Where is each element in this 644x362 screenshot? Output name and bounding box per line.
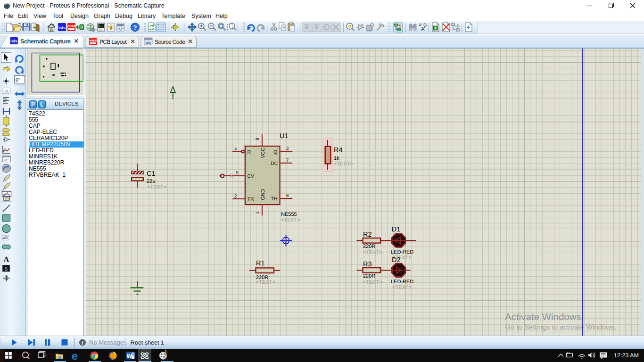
svg-text:2: 2	[234, 194, 237, 199]
svg-text:Go to Settings to activate Win: Go to Settings to activate Windows.	[505, 323, 617, 331]
svg-text:3: 3	[286, 146, 289, 151]
svg-text:NE555: NE555	[281, 212, 297, 217]
svg-text:6: 6	[286, 193, 289, 198]
svg-text:C1: C1	[147, 170, 156, 178]
svg-text:R2: R2	[363, 231, 372, 239]
svg-text:12:23 AM: 12:23 AM	[614, 352, 639, 359]
svg-text:<TEXT>: <TEXT>	[363, 250, 382, 255]
svg-text:ARES: ARES	[67, 25, 75, 28]
svg-text:U1: U1	[280, 132, 289, 140]
svg-text:$: $	[109, 25, 112, 30]
svg-text:TR: TR	[248, 197, 254, 202]
svg-text:LED-RED: LED-RED	[391, 249, 413, 255]
svg-text:R1: R1	[256, 260, 265, 267]
svg-text:<TEXT>: <TEXT>	[281, 217, 300, 223]
svg-text:R: R	[248, 149, 251, 155]
svg-text:4: 4	[234, 147, 237, 152]
svg-text:220R: 220R	[363, 273, 375, 279]
svg-text:<TEXT>: <TEXT>	[147, 184, 166, 190]
svg-text:ARES: ARES	[89, 39, 97, 42]
svg-text:R3: R3	[363, 261, 372, 268]
svg-text:1k: 1k	[334, 156, 339, 161]
svg-text:A: A	[3, 255, 9, 264]
svg-text:220R: 220R	[363, 244, 375, 249]
svg-text:<TEXT>: <TEXT>	[392, 285, 412, 290]
svg-text:Schematic Capture: Schematic Capture	[20, 38, 71, 45]
svg-text:No Messages: No Messages	[89, 339, 127, 346]
svg-text:Root sheet 1: Root sheet 1	[131, 339, 164, 346]
svg-text:1: 1	[255, 212, 260, 214]
svg-text:TH: TH	[271, 196, 278, 202]
svg-text:PCB Layout: PCB Layout	[99, 39, 127, 45]
svg-text:8: 8	[255, 138, 260, 140]
svg-text:e: e	[72, 350, 78, 362]
svg-text:WALLPAPERS: WALLPAPERS	[15, 359, 33, 362]
svg-text:Q: Q	[273, 149, 277, 155]
svg-text:S: S	[5, 267, 8, 272]
svg-text:W: W	[127, 353, 132, 359]
svg-text:D2: D2	[392, 256, 401, 264]
svg-text:CV: CV	[248, 173, 255, 179]
svg-text:DC: DC	[271, 161, 278, 166]
svg-text:Source Code: Source Code	[155, 39, 185, 45]
svg-text:7: 7	[286, 158, 289, 163]
svg-text:isis: isis	[58, 25, 66, 30]
svg-text:GND: GND	[260, 189, 266, 200]
svg-text:0°: 0°	[16, 77, 21, 83]
svg-text:?: ?	[133, 24, 137, 31]
svg-text:R4: R4	[334, 147, 343, 154]
svg-text:VCC: VCC	[260, 148, 266, 158]
svg-text:22u: 22u	[147, 179, 155, 184]
svg-text:<TEXT>: <TEXT>	[334, 161, 353, 167]
svg-text:5: 5	[236, 171, 239, 176]
svg-text:<TEXT>: <TEXT>	[363, 280, 382, 285]
svg-text:LBL: LBL	[3, 90, 9, 93]
svg-text:LED-RED: LED-RED	[391, 279, 413, 285]
svg-text:Activate Windows: Activate Windows	[505, 312, 581, 322]
svg-text:D1: D1	[392, 226, 401, 233]
svg-text:ola: ola	[146, 41, 150, 45]
svg-text:isis: isis	[10, 39, 17, 43]
svg-text:<TEXT>: <TEXT>	[256, 280, 275, 285]
